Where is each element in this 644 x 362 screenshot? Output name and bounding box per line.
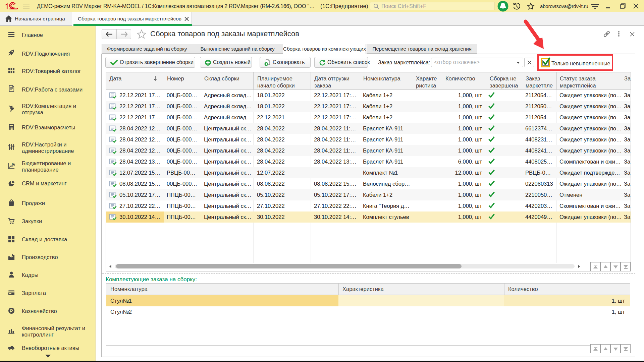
svg-text:Р: Р — [10, 308, 13, 313]
svg-text:Р: Р — [12, 163, 14, 165]
